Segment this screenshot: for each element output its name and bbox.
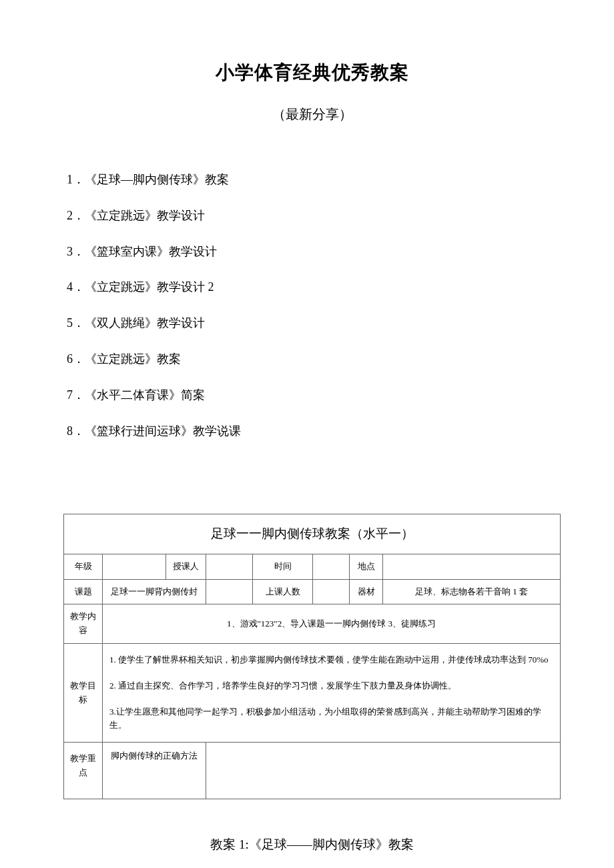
toc-item: 1．《足球—脚内侧传球》教案	[67, 170, 561, 189]
count-value	[313, 579, 350, 604]
table-row: 足球一一脚内侧传球教案（水平一）	[64, 514, 561, 554]
page-subtitle: （最新分享）	[63, 105, 561, 123]
toc-item: 3．《篮球室内课》教学设计	[67, 242, 561, 262]
teacher-label: 授课人	[166, 554, 206, 579]
empty-cell	[206, 743, 561, 799]
lesson-plan-table: 足球一一脚内侧传球教案（水平一） 年级 授课人 时间 地点 课题 足球一一脚背内…	[63, 514, 561, 799]
focus-label: 教学重点	[64, 743, 103, 799]
goals-label: 教学目标	[64, 643, 103, 742]
table-row: 课题 足球一一脚背内侧传封 上课人数 器材 足球、标志物各若干音响 1 套	[64, 579, 561, 604]
time-label: 时间	[253, 554, 313, 579]
goal-item: 2. 通过自主探究、合作学习，培养学生良好的学习习惯，发展学生下肢力量及身体协调…	[109, 679, 553, 693]
table-row: 年级 授课人 时间 地点	[64, 554, 561, 579]
toc-item: 5．《双人跳绳》教学设计	[67, 314, 561, 333]
empty-cell	[206, 579, 253, 604]
place-label: 地点	[350, 554, 383, 579]
goals-value: 1. 使学生了解世界杯相关知识，初步掌握脚内侧传球技术要领，使学生能在跑动中运用…	[103, 643, 561, 742]
count-label: 上课人数	[253, 579, 313, 604]
page-title: 小学体育经典优秀教案	[63, 60, 561, 85]
goal-item: 1. 使学生了解世界杯相关知识，初步掌握脚内侧传球技术要领，使学生能在跑动中运用…	[109, 653, 553, 667]
teacher-value	[206, 554, 253, 579]
place-value	[383, 554, 561, 579]
content-label: 教学内容	[64, 604, 103, 644]
table-row: 教学内容 1、游戏"123"2、导入课题一一脚内侧传球 3、徒脚练习	[64, 604, 561, 644]
goal-item: 3.让学生愿意和其他同学一起学习，积极参加小组活动，为小组取得的荣誉感到高兴，并…	[109, 705, 553, 733]
footer-lesson-title: 教案 1:《足球——脚内侧传球》教案	[63, 836, 561, 853]
toc-item: 6．《立定跳远》教案	[67, 350, 561, 369]
grade-value	[103, 554, 166, 579]
topic-value: 足球一一脚背内侧传封	[103, 579, 206, 604]
focus-value: 脚内侧传球的正确方法	[103, 743, 206, 799]
table-row: 教学目标 1. 使学生了解世界杯相关知识，初步掌握脚内侧传球技术要领，使学生能在…	[64, 643, 561, 742]
grade-label: 年级	[64, 554, 103, 579]
toc-item: 8．《篮球行进间运球》教学说课	[67, 422, 561, 441]
table-title: 足球一一脚内侧传球教案（水平一）	[64, 514, 561, 554]
equipment-value: 足球、标志物各若干音响 1 套	[383, 579, 561, 604]
table-of-contents: 1．《足球—脚内侧传球》教案 2．《立定跳远》教学设计 3．《篮球室内课》教学设…	[63, 170, 561, 440]
topic-label: 课题	[64, 579, 103, 604]
time-value	[313, 554, 350, 579]
table-row: 教学重点 脚内侧传球的正确方法	[64, 743, 561, 799]
toc-item: 7．《水平二体育课》简案	[67, 386, 561, 405]
toc-item: 2．《立定跳远》教学设计	[67, 206, 561, 226]
content-value: 1、游戏"123"2、导入课题一一脚内侧传球 3、徒脚练习	[103, 604, 561, 644]
toc-item: 4．《立定跳远》教学设计 2	[67, 278, 561, 297]
equipment-label: 器材	[350, 579, 383, 604]
